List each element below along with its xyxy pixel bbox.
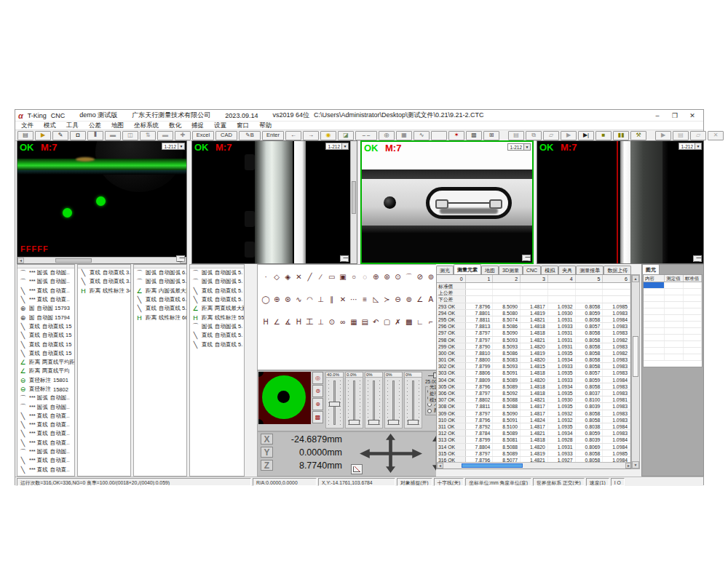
- camera-view-2[interactable]: OK M:7 1-212▼: [191, 140, 357, 264]
- tolerance-row[interactable]: 下公差: [437, 296, 630, 303]
- feature-item[interactable]: ╲ *** 直线 自动直..: [17, 295, 74, 304]
- geometry-tool-icon[interactable]: ✕: [338, 295, 348, 305]
- menu-item[interactable]: 工具: [66, 121, 79, 130]
- camera-view-4[interactable]: OK M:7 1-212▼: [537, 140, 704, 264]
- measurement-row[interactable]: 294 OK 7.8801 8.5080 1.4819 1.0930 0.805…: [437, 310, 630, 316]
- slider-thumb[interactable]: [329, 402, 340, 407]
- geometry-tool-icon[interactable]: ⊕: [272, 295, 282, 305]
- feature-item[interactable]: ∠ 距离 内圆弧最大距: [134, 287, 186, 295]
- measurement-row[interactable]: 301 OK 7.8800 8.5083 1.4820 1.0934 0.805…: [437, 356, 630, 363]
- geometry-tool-icon[interactable]: ⊖: [393, 295, 403, 305]
- toolbar-button[interactable]: ←: [285, 131, 301, 140]
- camera2-range-select[interactable]: 1-212▼: [325, 143, 349, 150]
- toolbar-button[interactable]: ▶|: [578, 131, 594, 140]
- results-tab[interactable]: CNC: [523, 266, 541, 274]
- feature-item[interactable]: ╲ 直线 自动直线 15: [17, 322, 74, 331]
- toolbar-button[interactable]: Enter: [262, 131, 284, 140]
- measurement-row[interactable]: 302 OK 7.8799 8.5093 1.4815 1.0933 0.805…: [437, 363, 630, 370]
- geometry-tool-icon[interactable]: ⊕: [371, 272, 381, 282]
- feature-item[interactable]: ╲ 直线 自动直线 5.: [190, 331, 244, 340]
- geometry-tool-icon[interactable]: ∟: [415, 317, 425, 327]
- toolbar-button[interactable]: ▶: [655, 131, 671, 140]
- toolbar-button[interactable]: ⇅: [140, 131, 156, 140]
- menu-item[interactable]: 坐标系统: [134, 121, 159, 130]
- slider-thumb[interactable]: [368, 420, 379, 425]
- toolbar-button[interactable]: ⚒: [630, 131, 646, 140]
- measurement-row[interactable]: 300 OK 7.8810 8.5086 1.4819 1.0935 0.805…: [437, 350, 630, 356]
- close-icon[interactable]: ✕: [684, 112, 700, 119]
- geometry-tool-icon[interactable]: ⊥: [316, 295, 326, 305]
- feature-item[interactable]: ⌒ 圆弧 自动圆弧 5.: [190, 268, 244, 277]
- geometry-tool-icon[interactable]: ╱: [305, 272, 315, 282]
- geometry-tool-icon[interactable]: ↶: [371, 317, 381, 327]
- feature-item[interactable]: ╲ *** 直线 自动直..: [17, 439, 74, 447]
- feature-item[interactable]: ╲ *** 直线 自动直..: [17, 412, 74, 420]
- geometry-tool-icon[interactable]: ⊚: [404, 295, 414, 305]
- camera1-range-select[interactable]: 1-212▼: [162, 143, 185, 150]
- toolbar-button[interactable]: – –: [355, 131, 377, 140]
- geometry-tool-icon[interactable]: ▩: [404, 317, 414, 327]
- feature-list-1[interactable]: ⌒ *** 圆弧 自动圆.. ⌒ *** 圆弧 自动圆.. ╲ *** 直线 自…: [17, 264, 75, 477]
- light-slider[interactable]: 0%: [365, 372, 383, 431]
- toolbar-button[interactable]: ✎B: [239, 131, 261, 140]
- measurement-row[interactable]: 315 OK 7.8797 8.5089 1.4819 1.0933 0.805…: [437, 450, 630, 457]
- slider-thumb[interactable]: [408, 420, 419, 425]
- element-tab[interactable]: 图元: [642, 264, 660, 274]
- feature-item[interactable]: ╲ 直线 自动直线 5.: [134, 304, 186, 313]
- menu-item[interactable]: 地图: [111, 121, 124, 130]
- feature-item[interactable]: ╲ 直线 自动直线 15: [17, 349, 74, 358]
- feature-item[interactable]: ╲ 直线 自动直线 3.: [78, 268, 130, 277]
- feature-item[interactable]: ⌒ 圆弧 自动圆弧 5.: [190, 322, 244, 331]
- element-row[interactable]: [644, 282, 702, 289]
- object-snap-toggle[interactable]: 对象捕捉(开): [397, 478, 432, 486]
- feature-item[interactable]: ⌒ *** 圆弧 自动圆..: [17, 394, 74, 402]
- geometry-tool-icon[interactable]: ▢: [381, 317, 392, 327]
- measurement-row[interactable]: 298 OK 7.8797 8.5093 1.4821 1.0931 0.805…: [437, 337, 630, 343]
- results-tab[interactable]: 夹具: [558, 266, 576, 274]
- geometry-tool-icon[interactable]: ·: [261, 272, 271, 282]
- toolbar-button[interactable]: Excel: [192, 131, 214, 140]
- feature-item[interactable]: ⌒ 圆弧 自动圆弧 5.: [190, 277, 244, 286]
- geometry-tool-icon[interactable]: ▦: [349, 317, 359, 327]
- camera2-resize-handle[interactable]: [340, 255, 349, 262]
- results-tab[interactable]: 测光: [436, 266, 454, 274]
- camera3-range-select[interactable]: 1-212▼: [507, 143, 531, 151]
- geometry-tool-icon[interactable]: ▭: [327, 272, 337, 282]
- feature-item[interactable]: ╲ 直线 自动直线 5.: [190, 340, 244, 348]
- coordinate-system-indicator[interactable]: 世界坐标系 正交(关): [533, 478, 585, 486]
- feature-item[interactable]: ⊕ 圆 自动圆 15794: [17, 313, 74, 322]
- geometry-tool-icon[interactable]: ▣: [338, 272, 348, 282]
- toolbar-button[interactable]: [431, 131, 447, 140]
- geometry-tool-icon[interactable]: ∕: [316, 272, 326, 282]
- toolbar-button[interactable]: ◘: [70, 131, 86, 140]
- feature-item[interactable]: H 距离 线性标注 66: [134, 313, 186, 322]
- feature-item[interactable]: ⊕ 圆 自动圆 15793: [17, 304, 74, 313]
- menu-item[interactable]: 设置: [214, 121, 226, 130]
- radio-color-key[interactable]: [427, 409, 432, 413]
- geometry-tool-icon[interactable]: ∞: [338, 317, 348, 327]
- crosshair-toggle[interactable]: 十字线(关): [434, 478, 464, 486]
- geometry-tool-icon[interactable]: ⊛: [282, 295, 293, 305]
- feature-item[interactable]: ⌒ 圆弧 自动圆弧 5.: [134, 277, 186, 286]
- camera4-resize-handle[interactable]: [693, 255, 702, 262]
- feature-item[interactable]: ⌒ 圆弧 自动圆弧 6.: [134, 268, 186, 277]
- feature-item[interactable]: ╲ *** 直线 自动直..: [17, 456, 74, 465]
- measurement-row[interactable]: 305 OK 7.8796 8.5089 1.4818 1.0934 0.805…: [437, 383, 630, 390]
- feature-item[interactable]: ╲ *** 直线 自动直..: [17, 420, 74, 429]
- camera1-h-scrollbar[interactable]: ◄►: [17, 257, 186, 263]
- geometry-tool-icon[interactable]: 工: [305, 317, 315, 327]
- toolbar-button[interactable]: ✎: [52, 131, 68, 140]
- toolbar-button[interactable]: ■: [596, 131, 612, 140]
- geometry-tool-icon[interactable]: ▤: [360, 317, 370, 327]
- menu-item[interactable]: 帮助: [259, 121, 272, 130]
- toolbar-button[interactable]: ▱: [543, 131, 559, 140]
- toolbar-button[interactable]: ▮▮: [613, 131, 629, 140]
- geometry-tool-icon[interactable]: ✕: [293, 272, 304, 282]
- measurement-row[interactable]: 296 OK 7.8813 8.5086 1.4818 1.0933 0.805…: [437, 323, 630, 330]
- measurement-row[interactable]: 307 OK 7.8802 8.5088 1.4821 1.0930 0.810…: [437, 396, 630, 403]
- menu-item[interactable]: 窗口: [237, 121, 249, 130]
- geometry-tool-icon[interactable]: ∥: [327, 295, 337, 305]
- toolbar-button[interactable]: ▶: [35, 131, 51, 140]
- toolbar-button[interactable]: →: [303, 131, 319, 140]
- toolbar-button[interactable]: ✕: [708, 131, 724, 140]
